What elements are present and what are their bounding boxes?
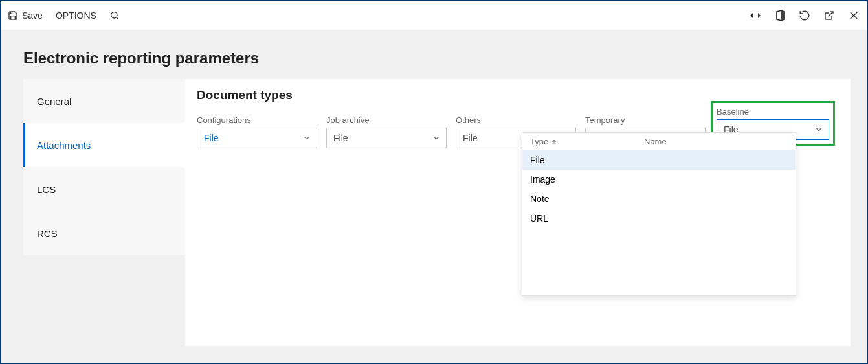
options-button[interactable]: OPTIONS	[56, 10, 96, 21]
tab-label: RCS	[37, 228, 58, 239]
toolbar-left: Save OPTIONS	[8, 10, 120, 21]
close-icon[interactable]	[847, 9, 860, 22]
dropdown-option[interactable]: File	[522, 150, 796, 170]
svg-line-5	[829, 12, 833, 16]
field-label: Temporary	[585, 115, 706, 125]
combo-value: File	[333, 133, 348, 143]
chevron-down-icon	[814, 125, 823, 134]
horizontal-scrollbar[interactable]	[185, 346, 851, 356]
tab-label: LCS	[37, 184, 56, 195]
tab-rcs[interactable]: RCS	[23, 211, 185, 255]
col-name-label: Name	[644, 137, 667, 146]
option-label: URL	[530, 213, 548, 223]
search-button[interactable]	[109, 10, 120, 21]
dropdown-flyout: Type Name File Image Note URL	[522, 132, 796, 296]
save-label: Save	[22, 10, 43, 21]
svg-marker-2	[750, 13, 753, 18]
dropdown-option[interactable]: URL	[522, 209, 796, 228]
search-icon	[109, 10, 120, 21]
options-label: OPTIONS	[56, 10, 96, 21]
office-icon[interactable]	[773, 9, 786, 22]
refresh-icon[interactable]	[798, 9, 811, 22]
page-title: Electronic reporting parameters	[23, 49, 867, 67]
flyout-col-type[interactable]: Type	[530, 137, 644, 146]
dropdown-option[interactable]: Note	[522, 189, 796, 209]
combo-value: File	[204, 133, 219, 143]
field-label: Job archive	[326, 115, 447, 125]
option-label: Note	[530, 194, 550, 204]
tab-label: Attachments	[37, 140, 91, 151]
tab-lcs[interactable]: LCS	[23, 167, 185, 211]
configurations-dropdown[interactable]: File	[197, 128, 317, 148]
field-configurations: Configurations File	[197, 115, 317, 160]
body-area: General Attachments LCS RCS Document typ…	[23, 79, 867, 356]
combo-value: File	[463, 133, 478, 143]
toolbar: Save OPTIONS	[1, 1, 867, 30]
job-archive-dropdown[interactable]: File	[326, 128, 447, 148]
section-title: Document types	[197, 88, 839, 102]
flyout-body: File Image Note URL	[522, 150, 796, 295]
svg-point-0	[111, 12, 117, 18]
field-label: Others	[456, 115, 576, 125]
connector-icon[interactable]	[749, 9, 762, 22]
tab-attachments[interactable]: Attachments	[23, 123, 185, 167]
save-button[interactable]: Save	[8, 10, 43, 21]
tab-label: General	[37, 96, 71, 107]
sort-asc-icon	[551, 139, 557, 145]
field-label: Baseline	[717, 107, 829, 117]
flyout-col-name[interactable]: Name	[644, 137, 667, 146]
flyout-header: Type Name	[522, 133, 796, 150]
save-icon	[8, 10, 18, 21]
field-label: Configurations	[197, 115, 317, 125]
svg-line-1	[117, 17, 118, 19]
col-type-label: Type	[530, 137, 548, 146]
field-job-archive: Job archive File	[326, 115, 447, 160]
toolbar-right	[749, 9, 860, 22]
chevron-down-icon	[302, 133, 311, 142]
main-panel: Document types Configurations File Job a…	[185, 79, 851, 356]
svg-marker-3	[758, 13, 761, 18]
sidebar: General Attachments LCS RCS	[23, 79, 185, 255]
option-label: File	[530, 155, 545, 165]
tab-general[interactable]: General	[23, 79, 185, 123]
dropdown-option[interactable]: Image	[522, 170, 796, 189]
chevron-down-icon	[432, 133, 441, 142]
popout-icon[interactable]	[823, 9, 836, 22]
option-label: Image	[530, 174, 555, 185]
